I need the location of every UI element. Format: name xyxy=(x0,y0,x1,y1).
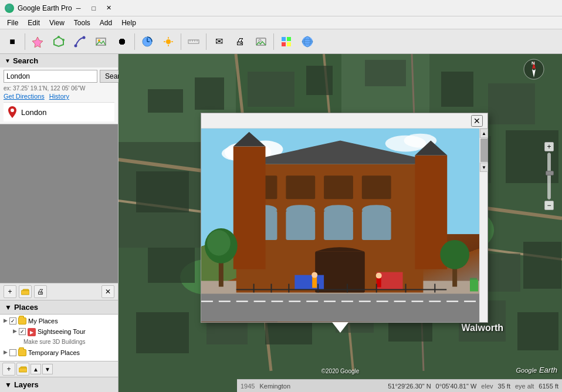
svg-marker-1 xyxy=(54,37,63,46)
svg-rect-99 xyxy=(324,211,353,240)
menu-file[interactable]: File xyxy=(2,18,23,28)
places-folder-button[interactable] xyxy=(19,285,32,298)
places-tree-container: ▶ My Places ▶ ▶ Sightseeing Tour Ma xyxy=(0,315,118,361)
zoom-out-button[interactable]: − xyxy=(544,201,554,210)
tempplaces-expand[interactable]: ▶ xyxy=(4,349,8,355)
sightseeing-expand[interactable]: ▶ xyxy=(13,328,17,334)
minimize-button[interactable]: ─ xyxy=(72,2,85,14)
search-header[interactable]: ▼ Search xyxy=(0,54,118,67)
svg-rect-24 xyxy=(287,37,291,41)
menu-help[interactable]: Help xyxy=(117,18,141,28)
places-down-button[interactable]: ▼ xyxy=(42,364,53,374)
places-header-label: Places xyxy=(14,303,38,312)
get-directions-link[interactable]: Get Directions xyxy=(4,93,45,100)
layers-section[interactable]: ▼ Layers xyxy=(0,377,118,392)
toolbar-sep-4 xyxy=(206,33,206,50)
places-add-button[interactable]: + xyxy=(4,285,16,298)
places-close-button[interactable]: ✕ xyxy=(101,285,114,298)
places-triangle: ▼ xyxy=(5,303,12,312)
svg-point-5 xyxy=(83,36,86,39)
coords-lat: 51°29'26.30" N xyxy=(388,383,431,390)
maximize-button[interactable]: □ xyxy=(87,2,100,14)
print-button[interactable]: 🖨 xyxy=(230,32,250,52)
sidebar-toggle-button[interactable]: ■ xyxy=(2,32,22,52)
popup-content xyxy=(201,129,479,322)
svg-point-117 xyxy=(376,273,382,279)
sightseeing-checkbox[interactable] xyxy=(19,328,26,335)
search-links: Get Directions History xyxy=(4,93,114,100)
svg-rect-102 xyxy=(233,147,266,269)
pin-icon xyxy=(8,106,16,118)
popup-scrollbar: ▲ ▼ xyxy=(479,129,487,322)
myplaces-checkbox[interactable] xyxy=(9,317,16,325)
search-hint: ex: 37.25' 19.1'N, 122 05' 06"W xyxy=(4,85,114,92)
email-button[interactable]: ✉ xyxy=(209,32,229,52)
places-add-nav-button[interactable]: + xyxy=(2,363,15,376)
places-up-button[interactable]: ▲ xyxy=(31,364,41,374)
tempplaces-folder-icon xyxy=(18,349,26,356)
zoom-handle[interactable] xyxy=(546,171,554,175)
sightseeing-icon: ▶ xyxy=(28,328,36,336)
svg-rect-63 xyxy=(148,248,195,283)
eye-label: eye alt xyxy=(515,383,534,390)
svg-rect-113 xyxy=(294,275,324,290)
elev-label: elev xyxy=(481,383,493,390)
google-earth-button[interactable] xyxy=(297,32,317,52)
statusbar: 1945 Kemington 51°29'26.30" N 0°05'40.81… xyxy=(237,379,562,392)
main-area: ▼ Search Search ex: 37.25' 19.1'N, 122 0… xyxy=(0,54,562,392)
places-folder-nav-button[interactable] xyxy=(16,363,29,376)
tempplaces-checkbox[interactable] xyxy=(9,349,16,356)
menu-edit[interactable]: Edit xyxy=(23,18,45,28)
svg-rect-51 xyxy=(365,60,406,86)
layers-label: Layers xyxy=(14,380,39,389)
search-result-london[interactable]: London xyxy=(4,103,114,121)
building-photo-svg xyxy=(201,129,479,322)
add-polygon-button[interactable] xyxy=(49,32,69,52)
compass-svg: N xyxy=(523,59,544,80)
places-header[interactable]: ▼ Places xyxy=(0,300,118,315)
menu-add[interactable]: Add xyxy=(95,18,117,28)
google-earth-label: Earth xyxy=(539,366,557,374)
zoom-track[interactable] xyxy=(547,153,551,200)
save-image-button[interactable] xyxy=(251,32,271,52)
compass[interactable]: N xyxy=(523,59,544,80)
ruler-button[interactable] xyxy=(184,32,204,52)
add-placemark-button[interactable] xyxy=(28,32,48,52)
tree-item-sightseeing[interactable]: ▶ ▶ Sightseeing Tour xyxy=(2,326,116,337)
svg-point-2 xyxy=(57,36,60,38)
svg-rect-98 xyxy=(286,211,315,240)
svg-rect-53 xyxy=(488,83,535,124)
add-path-button[interactable] xyxy=(70,32,90,52)
scroll-thumb[interactable] xyxy=(480,138,487,162)
myplaces-folder-icon xyxy=(18,317,26,325)
svg-rect-47 xyxy=(148,89,183,113)
add-overlay-button[interactable] xyxy=(91,32,111,52)
svg-point-22 xyxy=(259,39,261,42)
scroll-up-button[interactable]: ▲ xyxy=(480,129,488,138)
toolbar: ■ ⏺ ✉ 🖨 xyxy=(0,29,562,54)
places-print-button[interactable]: 🖨 xyxy=(34,285,47,298)
menu-view[interactable]: View xyxy=(45,18,69,28)
menu-tools[interactable]: Tools xyxy=(69,18,95,28)
middle-area xyxy=(0,124,118,283)
tree-item-tempplaces[interactable]: ▶ Temporary Places xyxy=(2,347,116,358)
historical-imagery-button[interactable] xyxy=(137,32,157,52)
elev-value: 35 ft xyxy=(498,383,510,390)
myplaces-expand[interactable]: ▶ xyxy=(4,317,8,323)
toolbar-sep-5 xyxy=(273,33,274,50)
history-link[interactable]: History xyxy=(49,93,69,100)
google-maps-button[interactable] xyxy=(276,32,296,52)
sunlight-button[interactable] xyxy=(158,32,178,52)
search-input[interactable] xyxy=(4,70,97,83)
tree-item-myplaces[interactable]: ▶ My Places xyxy=(2,316,116,326)
close-button[interactable]: ✕ xyxy=(103,2,116,14)
svg-rect-50 xyxy=(306,66,333,95)
search-header-label: Search xyxy=(13,56,38,65)
photo-popup: ✕ xyxy=(201,113,488,323)
map-area[interactable]: ▲ ▲ ▲ ▲ M ✕ xyxy=(119,54,562,392)
zoom-in-button[interactable]: + xyxy=(544,142,554,151)
record-tour-button[interactable]: ⏺ xyxy=(112,32,132,52)
scroll-down-button[interactable]: ▼ xyxy=(480,163,488,172)
popup-close-button[interactable]: ✕ xyxy=(471,115,483,127)
myplaces-label: My Places xyxy=(28,316,58,326)
